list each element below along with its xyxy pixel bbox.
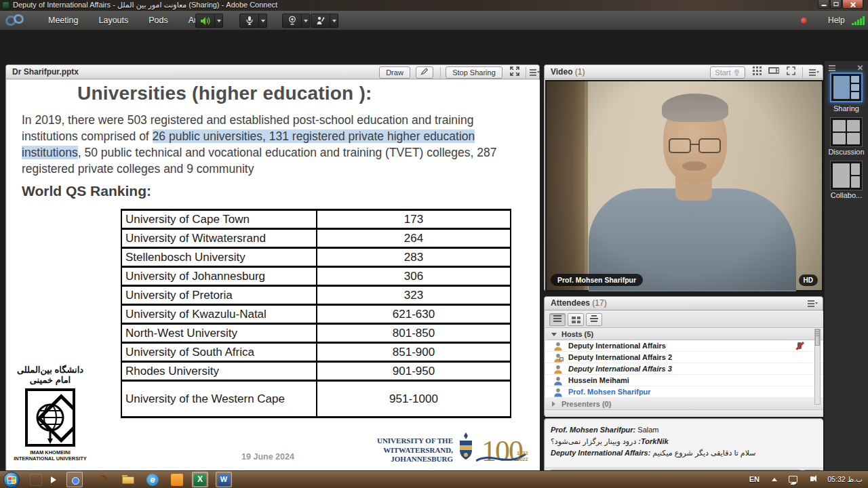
mic-button[interactable] (239, 14, 259, 28)
start-button[interactable] (3, 472, 20, 488)
share-pod-menu-icon[interactable] (530, 69, 539, 76)
ikiu-emblem-icon (25, 388, 75, 447)
taskbar-app-icon[interactable] (171, 474, 183, 486)
main-menu: Meeting Layouts Pods Audio (38, 11, 220, 30)
webcam-dropdown[interactable] (302, 14, 310, 28)
table-row: University of Witwatersrand264 (121, 229, 511, 248)
ie-glyph: e (150, 474, 155, 485)
webcam-button[interactable] (282, 14, 302, 28)
start-webcam-button[interactable]: Start (710, 66, 745, 79)
host-role-icon (553, 342, 563, 351)
video-pod-menu-icon[interactable] (809, 69, 818, 76)
close-button[interactable] (842, 0, 863, 9)
chat-text: درود وبینار برگزار نمی‌شود؟ (551, 437, 636, 445)
layout-thumb-collaboration[interactable] (830, 161, 863, 190)
screen-share-badge-icon (559, 357, 564, 361)
video-fullscreen-icon (787, 66, 795, 75)
attendee-row[interactable]: Deputy International Affairs (545, 340, 823, 352)
table-row: University of Cape Town173 (121, 210, 511, 229)
participants-group-header[interactable]: Participants (545, 410, 823, 417)
status-dropdown[interactable] (330, 14, 338, 28)
menu-pods[interactable]: Pods (138, 11, 178, 30)
fullscreen-button[interactable] (507, 66, 523, 79)
taskbar: e X W EN 05:32 ب.ظ (0, 470, 868, 488)
university-name: Stellenbosch University (121, 248, 317, 267)
help-menu[interactable]: Help (828, 16, 845, 25)
wits-line2: WITWATERSRAND, (359, 446, 453, 455)
attendees-scrollbar[interactable] (814, 329, 821, 405)
hosts-group-header[interactable]: Hosts (5) (545, 328, 823, 340)
attendee-row[interactable]: Deputy International Affairs 2 (545, 352, 823, 363)
hidden-icons-arrow[interactable] (772, 478, 777, 481)
restore-button[interactable] (830, 0, 842, 9)
university-name: University of South Africa (121, 343, 317, 362)
annotation-pointer-button[interactable] (416, 66, 433, 79)
university-rank: 306 (317, 267, 511, 286)
workspace: Dr Sharifpur.pptx Draw Stop Sharing Univ… (0, 30, 868, 470)
university-name: University of Pretoria (121, 286, 317, 305)
word-glyph: W (220, 475, 227, 483)
collapse-arrow-icon (551, 333, 557, 336)
taskbar-excel-window[interactable]: X (192, 472, 208, 487)
taskbar-pinned-icon[interactable] (30, 474, 42, 486)
university-rank: 173 (317, 210, 511, 229)
volume-icon[interactable] (810, 476, 814, 481)
menu-meeting[interactable]: Meeting (38, 11, 88, 30)
attendees-title-text: Attendees (551, 298, 590, 308)
video-pod: Video (1) Start (544, 64, 823, 291)
layout-bar-close-icon[interactable] (857, 64, 863, 70)
university-rank: 264 (317, 229, 511, 248)
attendee-row[interactable]: Hussein Meihami (545, 375, 823, 386)
taskbar-clock[interactable]: 05:32 ب.ظ (827, 475, 863, 483)
taskbar-chrome-window[interactable] (66, 472, 83, 487)
university-rank: 951-1000 (317, 381, 511, 418)
raise-hand-button[interactable] (311, 14, 330, 28)
speaker-button[interactable] (195, 14, 215, 28)
presenters-group-label: Presenters (0) (561, 400, 611, 408)
excel-glyph: X (197, 474, 203, 484)
filmstrip-view-button[interactable] (766, 66, 782, 79)
menu-layouts[interactable]: Layouts (88, 11, 138, 30)
speaker-dropdown[interactable] (215, 14, 223, 28)
layout-thumb-sharing[interactable] (830, 73, 863, 102)
grid-view-button[interactable] (749, 66, 764, 79)
table-row: University of Kwazulu-Natal621-630 (121, 305, 511, 324)
window-title: Deputy of International Affairs - معاونت… (13, 1, 277, 9)
attendee-row[interactable]: Deputy International Affairs 3 (545, 363, 823, 375)
attendees-pod-menu-icon[interactable] (808, 300, 817, 307)
list-view-button[interactable] (549, 313, 566, 326)
attendees-count: (17) (592, 298, 606, 308)
ikiu-calligraphy: دانشگاه بین‌المللی امام خمینی (12, 365, 88, 385)
mic-dropdown[interactable] (259, 14, 267, 28)
speaker-icon (200, 16, 211, 26)
status-view-button[interactable] (586, 313, 602, 326)
layout-label-discussion[interactable]: Discussion (825, 148, 868, 156)
network-icon[interactable] (789, 476, 797, 483)
ikiu-name-line2: INTERNATIONAL UNIVERSITY (12, 455, 88, 462)
university-name: North-West University (121, 324, 317, 343)
table-row: University of Johannesburg306 (121, 267, 511, 286)
attendee-row[interactable]: Prof. Mohsen Sharifpur (545, 386, 823, 398)
video-name-tag: Prof. Mohsen Sharifpur (551, 274, 643, 286)
video-pod-title-text: Video (551, 67, 572, 77)
scrollbar-thumb[interactable] (815, 329, 820, 346)
stop-sharing-button[interactable]: Stop Sharing (446, 66, 502, 79)
language-indicator[interactable]: EN (749, 475, 760, 483)
layout-thumb-discussion[interactable] (830, 117, 863, 147)
breakout-view-button[interactable] (568, 313, 584, 326)
draw-button[interactable]: Draw (379, 66, 410, 79)
table-row: Rhodes University901-950 (121, 362, 511, 381)
taskbar-ie-icon[interactable]: e (146, 474, 159, 486)
connection-signal-icon[interactable] (852, 16, 865, 25)
fullscreen-icon (510, 66, 519, 76)
layout-label-collaboration[interactable]: Collabo... (825, 191, 868, 199)
expand-arrow-icon (552, 401, 555, 407)
video-fullscreen-button[interactable] (783, 66, 798, 79)
presenters-group-header[interactable]: Presenters (0) (545, 398, 823, 410)
speaker-control (195, 14, 223, 28)
layout-bar-menu-icon[interactable] (829, 65, 837, 70)
layout-label-sharing[interactable]: Sharing (825, 104, 868, 113)
minimize-button[interactable] (818, 0, 829, 9)
taskbar-word-window[interactable]: W (216, 472, 232, 487)
table-row: Stellenbosch University283 (121, 248, 511, 267)
